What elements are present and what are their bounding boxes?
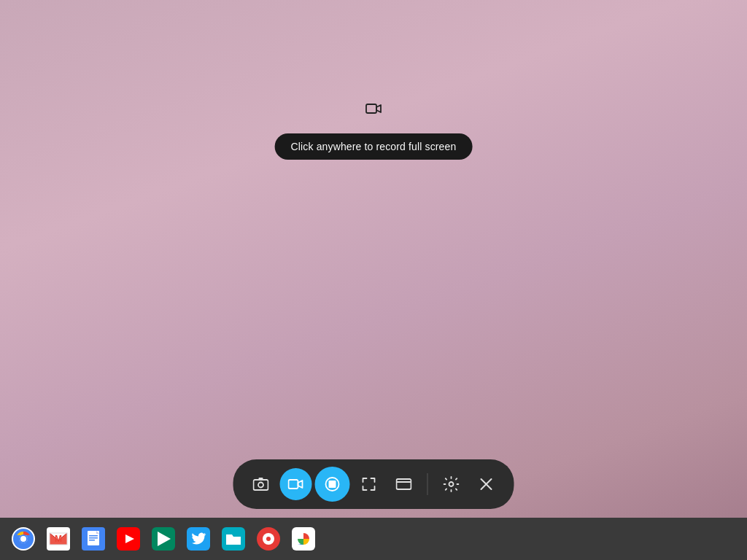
taskbar-youtube[interactable] [112,523,144,555]
capture-toolbar [233,459,514,509]
taskbar-playstore[interactable] [147,523,179,555]
partial-screen-button[interactable] [353,468,385,500]
taskbar-twitter[interactable] [182,523,214,555]
svg-point-34 [266,537,271,541]
svg-point-3 [258,483,263,488]
tooltip-text: Click anywhere to record full screen [291,141,457,152]
record-tooltip: Click anywhere to record full screen [275,133,473,160]
svg-rect-23 [89,535,98,537]
taskbar-music[interactable] [252,523,285,555]
svg-rect-2 [254,480,268,490]
taskbar-gmail[interactable]: M [42,523,74,555]
record-video-button[interactable] [280,468,312,500]
taskbar: M [0,518,747,560]
svg-rect-0 [366,104,376,113]
full-screen-record-button[interactable] [315,467,350,502]
taskbar-photos[interactable] [287,523,320,555]
cursor-video-icon [365,102,382,115]
close-button[interactable] [471,468,503,500]
screenshot-button[interactable] [245,468,277,500]
taskbar-docs[interactable] [77,523,109,555]
window-button[interactable] [388,468,420,500]
settings-button[interactable] [436,468,468,500]
svg-marker-1 [376,105,381,112]
svg-point-17 [20,536,26,542]
svg-rect-25 [89,540,95,541]
taskbar-chrome[interactable] [7,523,39,555]
taskbar-files[interactable] [217,523,249,555]
desktop[interactable]: Click anywhere to record full screen [0,0,747,560]
svg-rect-8 [329,481,336,488]
svg-point-11 [449,482,454,486]
svg-rect-4 [259,478,263,480]
svg-rect-5 [289,480,298,489]
toolbar-divider [427,473,428,495]
svg-rect-9 [397,479,411,489]
svg-text:M: M [55,534,62,544]
svg-rect-24 [89,537,98,539]
